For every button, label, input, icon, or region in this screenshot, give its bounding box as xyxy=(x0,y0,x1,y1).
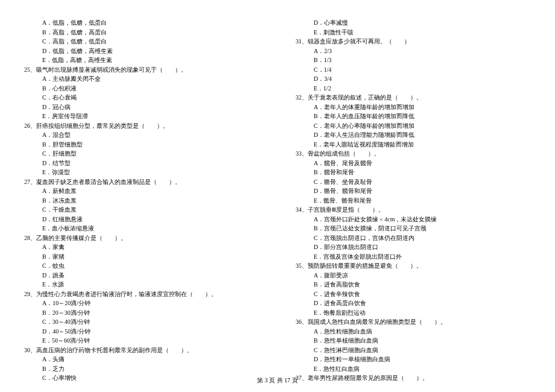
q35-opt-b: B．进食高脂饮食 xyxy=(296,280,531,289)
q33-opt-c: C．骼骨、坐骨及耻骨 xyxy=(296,177,531,187)
q25-opt-d: D．冠心病 xyxy=(24,103,259,112)
q30-opt-d: D．心率减慢 xyxy=(296,18,531,28)
q27-stem: 27、凝血因子缺乏患者最适合输入的血液制品是（ ）。 xyxy=(24,177,259,187)
q34-opt-c: C．宫颈脱出阴道口，宫体仍在阴道内 xyxy=(296,233,531,243)
q30-stem: 30、高血压病的治疗药物卡托普利最常见的副作用是（ ）。 xyxy=(24,346,259,355)
q32-stem: 32、关于衰老表现的叙述，正确的是（ ）。 xyxy=(296,93,531,103)
q29-stem: 29、为慢性心力衰竭患者进行输液治疗时，输液速度宜控制在（ ）。 xyxy=(24,289,259,299)
q35-opt-d: D．进食高蛋白饮食 xyxy=(296,299,531,308)
q25-opt-b: B．心包积液 xyxy=(24,84,259,93)
q27-opt-a: A．新鲜血浆 xyxy=(24,186,259,196)
q35-opt-a: A．腹部受凉 xyxy=(296,271,531,280)
q25-opt-c: C．右心衰竭 xyxy=(24,93,259,103)
q26-opt-e: E．弥漫型 xyxy=(24,168,259,177)
q32-opt-d: D．老年人生活自理能力随增龄而降低 xyxy=(296,130,531,140)
q25-opt-a: A．主动脉瓣关闭不全 xyxy=(24,74,259,84)
page-footer: 第 3 页 共 17 页 xyxy=(0,376,555,385)
q27-opt-d: D．红细胞悬液 xyxy=(24,215,259,224)
q34-opt-a: A．宫颈外口距处女膜缘＜4cm，未达处女膜缘 xyxy=(296,215,531,224)
q32-opt-e: E．老年人眼睛近视程度随增龄而增加 xyxy=(296,140,531,150)
q29-opt-e: E．50～60滴/分钟 xyxy=(24,336,259,346)
q27-opt-b: B．冰冻血浆 xyxy=(24,196,259,206)
q36-opt-a: A．急性粒细胞白血病 xyxy=(296,327,531,337)
q33-opt-d: D．骼骨、髋骨和尾骨 xyxy=(296,186,531,196)
q32-opt-c: C．老年人的心率随年龄的增加而增加 xyxy=(296,121,531,131)
q32-opt-a: A．老年人的体重随年龄的增加而增加 xyxy=(296,103,531,112)
q28-opt-e: E．水源 xyxy=(24,280,259,289)
q24-opt-d: D．低脂，低糖，高维生素 xyxy=(24,46,259,56)
q24-opt-b: B．高脂，低糖，高蛋白 xyxy=(24,28,259,37)
q31-opt-b: B．1/3 xyxy=(296,55,531,65)
q26-stem: 26、肝癌按组织细胞分型，最常见的类型是（ ）。 xyxy=(24,121,259,131)
q36-opt-b: B．急性单核细胞白血病 xyxy=(296,336,531,346)
q26-opt-a: A．混合型 xyxy=(24,130,259,140)
q35-opt-c: C．进食辛辣饮食 xyxy=(296,289,531,299)
left-column: A．低脂，低糖，低蛋白 B．高脂，低糖，高蛋白 C．高脂，低糖，低蛋白 D．低脂… xyxy=(24,18,259,383)
q29-opt-b: B．20～30滴/分钟 xyxy=(24,308,259,318)
q30-opt-b: B．乏力 xyxy=(24,364,259,374)
q29-opt-a: A．10～20滴/分钟 xyxy=(24,299,259,308)
page-content: A．低脂，低糖，低蛋白 B．高脂，低糖，高蛋白 C．高脂，低糖，低蛋白 D．低脂… xyxy=(0,0,555,383)
q25-opt-e: E．房室传导阻滞 xyxy=(24,112,259,121)
right-column: D．心率减慢 E．刺激性干咳 31、锐器盒应放多少就不可再用。（ ） A．2/3… xyxy=(296,18,531,383)
q26-opt-b: B．胆管细胞型 xyxy=(24,140,259,150)
q28-opt-a: A．家禽 xyxy=(24,242,259,252)
q31-opt-a: A．2/3 xyxy=(296,46,531,56)
q28-opt-c: C．蚊虫 xyxy=(24,261,259,271)
q34-opt-e: E．宫颈及宫体全部脱出阴道口外 xyxy=(296,252,531,262)
q34-opt-d: D．部分宫体脱出阴道口 xyxy=(296,242,531,252)
q33-stem: 33、骨盆的组成包括（ ）。 xyxy=(296,149,531,159)
q36-opt-c: C．急性淋巴细胞白血病 xyxy=(296,346,531,355)
q30-opt-e: E．刺激性干咳 xyxy=(296,28,531,37)
q34-stem: 34、子宫脱垂Ⅲ度是指（ ）。 xyxy=(296,205,531,215)
q33-opt-e: E．骶骨、骼骨和尾骨 xyxy=(296,196,531,206)
q27-opt-e: E．血小板浓缩悬液 xyxy=(24,224,259,233)
q24-opt-c: C．高脂，低糖，低蛋白 xyxy=(24,37,259,46)
q31-opt-c: C．1/4 xyxy=(296,65,531,75)
q32-opt-b: B．老年人的血压随年龄的增加而降低 xyxy=(296,112,531,121)
q26-opt-c: C．肝细胞型 xyxy=(24,149,259,159)
q33-opt-a: A．髋骨、尾骨及髋骨 xyxy=(296,159,531,168)
q36-stem: 36、我国成人急性白血病最常见的细胞类型是（ ）。 xyxy=(296,317,531,327)
q29-opt-c: C．30～40滴/分钟 xyxy=(24,317,259,327)
q25-stem: 25、吸气时出现脉搏显著减弱或消失的现象可见于（ ）。 xyxy=(24,65,259,75)
q36-opt-d: D．急性粒一单核细胞白血病 xyxy=(296,355,531,364)
q33-opt-b: B．髋骨和尾骨 xyxy=(296,168,531,177)
q28-opt-d: D．跳蚤 xyxy=(24,271,259,280)
q31-opt-d: D．3/4 xyxy=(296,74,531,84)
q28-stem: 28、乙脑的主要传播媒介是（ ）。 xyxy=(24,233,259,243)
q34-opt-b: B．宫颈已达处女膜缘，阴道口可见子宫颈 xyxy=(296,224,531,233)
q35-stem: 35、预防肠扭转最重要的措施是避免（ ）。 xyxy=(296,261,531,271)
q36-opt-e: E．急性红白血病 xyxy=(296,364,531,374)
q24-opt-e: E．低脂，高糖，高维生素 xyxy=(24,55,259,65)
q29-opt-d: D．40～50滴/分钟 xyxy=(24,327,259,337)
q31-opt-e: E．1/2 xyxy=(296,84,531,93)
q28-opt-b: B．家猪 xyxy=(24,252,259,262)
q26-opt-d: D．结节型 xyxy=(24,159,259,168)
q31-stem: 31、锐器盒应放多少就不可再用。（ ） xyxy=(296,37,531,46)
q24-opt-a: A．低脂，低糖，低蛋白 xyxy=(24,18,259,28)
q27-opt-c: C．干燥血浆 xyxy=(24,205,259,215)
q30-opt-a: A．头痛 xyxy=(24,355,259,364)
q35-opt-e: E．饱餐后剧烈运动 xyxy=(296,308,531,318)
